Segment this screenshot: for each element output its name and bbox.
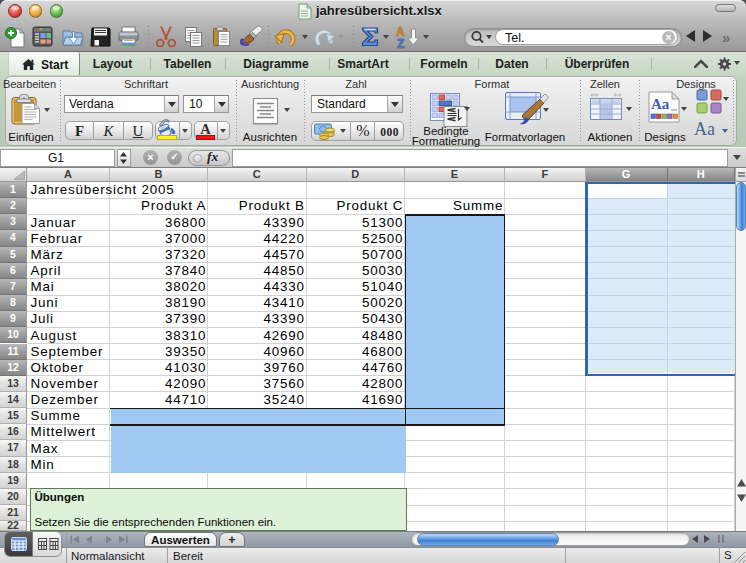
svg-text:Z: Z [397,37,404,49]
svg-text:Aa: Aa [651,96,670,112]
